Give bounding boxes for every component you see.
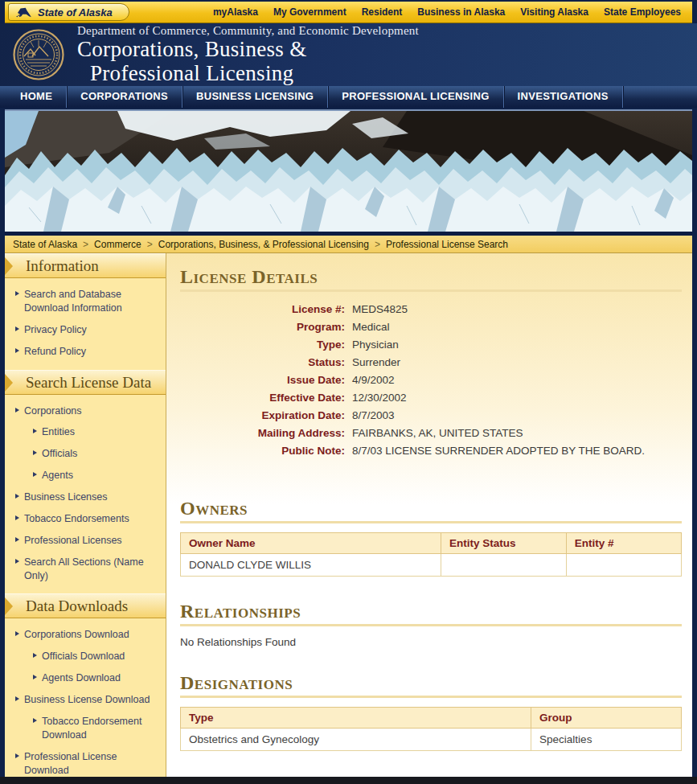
link-state-employees[interactable]: State Employees	[604, 6, 681, 18]
sidebar-section-information: Information	[5, 253, 166, 278]
site-title-line2: Professional Licensing	[77, 62, 419, 85]
nav-home[interactable]: HOME	[6, 86, 67, 108]
field-status: Status:Surrender	[180, 356, 682, 368]
top-utility-bar: State of Alaska myAlaska My Government R…	[5, 2, 692, 23]
link-myalaska[interactable]: myAlaska	[213, 6, 258, 18]
page: State of Alaska myAlaska My Government R…	[0, 0, 697, 784]
arrow-bullet-icon	[15, 348, 19, 353]
section-title: Search License Data	[26, 374, 151, 391]
link-resident[interactable]: Resident	[362, 6, 403, 18]
field-label: Type:	[180, 339, 345, 351]
section-arrow-icon	[5, 374, 13, 392]
sidebar-item-label: Refund Policy	[24, 346, 86, 357]
sidebar-item-label: Corporations Download	[24, 629, 129, 640]
sidebar-item-agents-download[interactable]: Agents Download	[27, 667, 161, 689]
license-details-heading: License Details	[180, 266, 682, 292]
field-value: 8/7/03 LICENSE SURRENDER ADOPTED BY THE …	[352, 445, 645, 457]
sidebar-item-officials-download[interactable]: Officials Download	[27, 646, 161, 667]
link-visiting-alaska[interactable]: Visiting Alaska	[520, 6, 588, 18]
department-name: Department of Commerce, Community, and E…	[77, 24, 419, 38]
field-mailing-address: Mailing Address:FAIRBANKS, AK, UNITED ST…	[180, 427, 682, 439]
field-effective-date: Effective Date:12/30/2002	[180, 392, 682, 404]
col-entity-status: Entity Status	[441, 533, 566, 554]
site-title-line1: Corporations, Business &	[77, 38, 419, 61]
sidebar-item-corporations[interactable]: Corporations	[10, 400, 161, 422]
sidebar-item-label: Officials Download	[42, 651, 125, 662]
sidebar-item-label: Tobacco Endorsement Download	[42, 716, 141, 741]
sidebar-item-label: Entities	[42, 426, 75, 437]
crumb-cbpl[interactable]: Corporations, Business, & Professional L…	[158, 239, 369, 250]
relationships-empty-text: No Relationships Found	[180, 636, 682, 648]
breadcrumb-separator: >	[83, 239, 88, 250]
col-type: Type	[181, 708, 531, 729]
field-label: Status:	[180, 356, 345, 368]
sidebar-item-tobacco-endorsements[interactable]: Tobacco Endorsements	[10, 508, 161, 530]
arrow-bullet-icon	[33, 675, 37, 679]
arrow-bullet-icon	[15, 631, 19, 636]
sidebar-item-label: Professional License Download	[24, 751, 117, 776]
sidebar-item-agents[interactable]: Agents	[27, 465, 161, 486]
cell-entity-status	[441, 554, 566, 577]
sidebar-item-label: Officials	[42, 448, 77, 459]
field-value: 8/7/2003	[352, 409, 395, 421]
cell-entity-number	[566, 554, 681, 577]
field-label: Mailing Address:	[180, 427, 345, 439]
arrow-bullet-icon	[33, 450, 37, 455]
field-label: Public Note:	[180, 445, 345, 457]
brand-label: State of Alaska	[38, 6, 113, 18]
field-value: Medical	[352, 321, 390, 333]
sidebar-item-label: Corporations	[24, 405, 82, 417]
sidebar-item-entities[interactable]: Entities	[27, 421, 161, 443]
nav-business-licensing[interactable]: BUSINESS LICENSING	[182, 86, 328, 108]
col-group: Group	[531, 708, 682, 729]
arrow-bullet-icon	[15, 326, 19, 331]
sidebar-item-label: Agents	[42, 470, 73, 481]
field-label: License #:	[180, 303, 345, 315]
sidebar-item-refund-policy[interactable]: Refund Policy	[10, 341, 161, 363]
table-header-row: Owner Name Entity Status Entity #	[181, 533, 682, 554]
cell-type: Obstetrics and Gynecology	[181, 729, 531, 751]
state-seal-logo	[13, 29, 64, 80]
arrow-bullet-icon	[15, 537, 19, 542]
field-license-number: License #:MEDS4825	[180, 303, 682, 315]
sidebar-item-professional-license-download[interactable]: Professional License Download	[10, 746, 161, 777]
col-entity-number: Entity #	[566, 533, 681, 554]
sidebar-item-officials[interactable]: Officials	[27, 443, 161, 465]
main-panel: License Details License #:MEDS4825 Progr…	[166, 253, 692, 777]
section-title: Information	[26, 257, 99, 274]
sidebar-list-information: Search and Database Download Information…	[5, 278, 166, 370]
field-type: Type:Physician	[180, 339, 682, 351]
primary-nav: HOME CORPORATIONS BUSINESS LICENSING PRO…	[0, 86, 697, 108]
state-of-alaska-button[interactable]: State of Alaska	[8, 3, 129, 21]
sidebar-list-data-downloads: Corporations Download Officials Download…	[5, 618, 166, 777]
designations-heading: Designations	[180, 672, 682, 698]
section-arrow-icon	[5, 597, 13, 615]
sidebar-item-privacy-policy[interactable]: Privacy Policy	[10, 319, 161, 341]
sidebar-item-label: Professional Licenses	[24, 535, 122, 546]
crumb-state-of-alaska[interactable]: State of Alaska	[13, 239, 77, 250]
nav-investigations[interactable]: INVESTIGATIONS	[504, 86, 623, 108]
table-row: Obstetrics and Gynecology Specialties	[181, 729, 682, 751]
arrow-bullet-icon	[15, 696, 19, 701]
field-label: Expiration Date:	[180, 409, 345, 421]
sidebar-item-professional-licenses[interactable]: Professional Licenses	[10, 530, 161, 552]
sidebar-item-tobacco-endorsement-download[interactable]: Tobacco Endorsement Download	[27, 711, 161, 746]
sidebar-item-business-licenses[interactable]: Business Licenses	[10, 486, 161, 508]
sidebar-item-search-all-sections[interactable]: Search All Sections (Name Only)	[10, 552, 161, 587]
link-my-government[interactable]: My Government	[273, 6, 346, 18]
sidebar: Information Search and Database Download…	[5, 253, 166, 777]
nav-professional-licensing[interactable]: PROFESSIONAL LICENSING	[328, 86, 503, 108]
nav-corporations[interactable]: CORPORATIONS	[67, 86, 182, 108]
sidebar-item-search-and-database-download-information[interactable]: Search and Database Download Information	[10, 284, 161, 319]
cell-owner-name: DONALD CLYDE WILLIS	[181, 554, 441, 577]
owners-table: Owner Name Entity Status Entity # DONALD…	[180, 532, 682, 577]
crumb-commerce[interactable]: Commerce	[94, 239, 141, 250]
link-business-in-alaska[interactable]: Business in Alaska	[417, 6, 505, 18]
sidebar-item-corporations-download[interactable]: Corporations Download	[10, 624, 161, 646]
header-titles: Department of Commerce, Community, and E…	[77, 24, 419, 84]
field-label: Program:	[180, 321, 345, 333]
owners-heading: Owners	[180, 498, 682, 523]
sidebar-item-business-license-download[interactable]: Business License Download	[10, 689, 161, 711]
site-header: Department of Commerce, Community, and E…	[0, 23, 697, 86]
sidebar-item-label: Business Licenses	[24, 491, 108, 503]
